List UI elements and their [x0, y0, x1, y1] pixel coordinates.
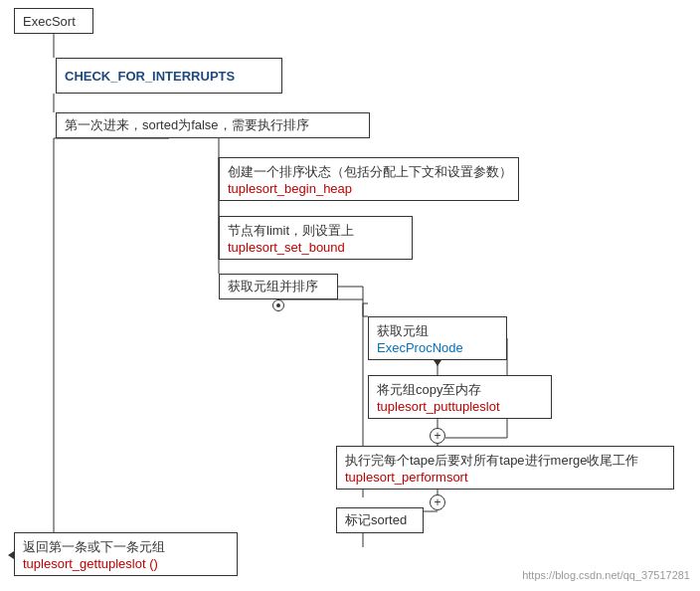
perform-sort-line2: tuplesort_performsort [345, 470, 665, 485]
copy-to-mem-node: 将元组copy至内存 tuplesort_puttupleslot [368, 375, 552, 419]
fetch-and-sort-label: 获取元组并排序 [228, 278, 318, 296]
circle-dot-1 [272, 299, 284, 311]
fetch-tuple-node: 获取元组 ExecProcNode [368, 316, 507, 360]
fetch-tuple-line1: 获取元组 [377, 322, 498, 340]
check-interrupts-node: CHECK_FOR_INTERRUPTS [56, 58, 282, 94]
execsort-label: ExecSort [23, 14, 76, 29]
return-tuple-line2: tuplesort_gettupleslot () [23, 556, 229, 571]
copy-to-mem-line2: tuplesort_puttupleslot [377, 399, 543, 414]
set-bound-line1: 节点有limit，则设置上 [228, 222, 404, 240]
create-sort-state-line2: tuplesort_begin_heap [228, 181, 510, 196]
return-tuple-node: 返回第一条或下一条元组 tuplesort_gettupleslot () [14, 532, 238, 576]
check-interrupts-label: CHECK_FOR_INTERRUPTS [65, 69, 235, 84]
diagram: ExecSort CHECK_FOR_INTERRUPTS 第一次进来，sort… [0, 0, 700, 591]
set-bound-node: 节点有limit，则设置上 tuplesort_set_bound [219, 216, 413, 260]
mark-sorted-node: 标记sorted [336, 507, 424, 533]
watermark: https://blog.csdn.net/qq_37517281 [522, 569, 690, 581]
create-sort-state-line1: 创建一个排序状态（包括分配上下文和设置参数） [228, 163, 510, 181]
create-sort-state-node: 创建一个排序状态（包括分配上下文和设置参数） tuplesort_begin_h… [219, 157, 519, 201]
fetch-and-sort-node: 获取元组并排序 [219, 274, 338, 299]
mark-sorted-label: 标记sorted [345, 511, 407, 529]
first-entry-label: 第一次进来，sorted为false，需要执行排序 [65, 116, 309, 134]
first-entry-node: 第一次进来，sorted为false，需要执行排序 [56, 112, 370, 138]
copy-to-mem-line1: 将元组copy至内存 [377, 381, 543, 399]
circle-plus-2: + [430, 494, 445, 510]
fetch-tuple-line2: ExecProcNode [377, 340, 498, 355]
execsort-node: ExecSort [14, 8, 93, 34]
perform-sort-line1: 执行完每个tape后要对所有tape进行merge收尾工作 [345, 452, 665, 470]
return-tuple-line1: 返回第一条或下一条元组 [23, 538, 229, 556]
svg-marker-30 [434, 360, 441, 366]
perform-sort-node: 执行完每个tape后要对所有tape进行merge收尾工作 tuplesort_… [336, 446, 674, 490]
circle-plus-1: + [430, 428, 445, 444]
set-bound-line2: tuplesort_set_bound [228, 240, 404, 255]
